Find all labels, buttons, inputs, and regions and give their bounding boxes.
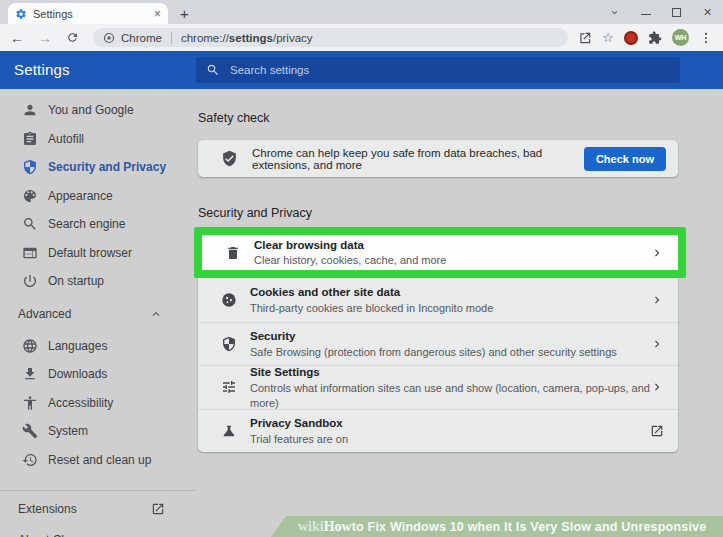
highlight-box: Clear browsing data Clear history, cooki… <box>194 227 686 278</box>
sidebar-item-downloads[interactable]: Downloads <box>0 360 196 389</box>
security-and-privacy-heading: Security and Privacy <box>198 206 723 220</box>
external-link-icon <box>650 424 664 438</box>
sidebar-divider <box>0 490 196 491</box>
row-site-settings[interactable]: Site Settings Controls what information … <box>198 365 678 409</box>
wrench-icon <box>22 423 38 439</box>
sidebar-item-languages[interactable]: Languages <box>0 332 196 361</box>
safety-check-card: Chrome can help keep you safe from data … <box>198 140 678 177</box>
settings-search[interactable] <box>196 57 680 83</box>
settings-sidebar: You and Google Autofill Security and Pri… <box>0 89 196 537</box>
maximize-button[interactable] <box>661 0 692 24</box>
power-icon <box>22 273 38 289</box>
page-title: Settings <box>14 61 70 78</box>
share-icon[interactable] <box>578 31 592 45</box>
watermark-how: How <box>324 519 352 535</box>
sidebar-item-label: About Chrome <box>18 533 95 537</box>
chevron-up-icon <box>149 307 163 321</box>
forward-icon: → <box>38 31 52 45</box>
sidebar-item-autofill[interactable]: Autofill <box>0 125 196 154</box>
accessibility-icon <box>22 395 38 411</box>
tab-settings[interactable]: Settings × <box>8 3 168 24</box>
search-icon <box>206 63 220 77</box>
sidebar-item-label: Accessibility <box>48 396 113 410</box>
row-title: Clear browsing data <box>254 237 650 254</box>
settings-content: Safety check Chrome can help keep you sa… <box>196 89 723 537</box>
sidebar-item-default-browser[interactable]: Default browser <box>0 239 196 268</box>
tab-search-chevron-icon[interactable] <box>599 0 630 24</box>
assignment-icon <box>22 131 38 147</box>
bookmark-star-icon[interactable]: ☆ <box>602 31 614 44</box>
address-bar[interactable]: Chrome chrome://settings/privacy <box>93 28 568 47</box>
globe-icon <box>22 338 38 354</box>
wikihow-watermark: wikiHow to Fix Windows 10 when It Is Ver… <box>271 516 723 537</box>
row-cookies-and-other-site-data[interactable]: Cookies and other site data Third-party … <box>198 278 678 322</box>
toolbar-actions: ☆ WH <box>578 29 713 46</box>
trash-icon <box>225 245 241 261</box>
history-restore-icon <box>22 452 38 468</box>
window-controls: × <box>599 0 723 24</box>
puzzle-extensions-icon[interactable] <box>648 31 662 45</box>
chevron-right-icon <box>650 337 664 351</box>
row-subtitle: Clear history, cookies, cache, and more <box>254 253 650 268</box>
sidebar-item-security-and-privacy[interactable]: Security and Privacy <box>0 153 196 182</box>
new-tab-button[interactable]: + <box>180 6 189 21</box>
row-title: Security <box>250 328 650 345</box>
sidebar-item-about-chrome[interactable]: About Chrome <box>0 527 196 537</box>
row-privacy-sandbox[interactable]: Privacy Sandbox Trial features are on <box>198 409 678 453</box>
row-security[interactable]: Security Safe Browsing (protection from … <box>198 322 678 366</box>
adblock-extension-icon[interactable] <box>624 31 638 45</box>
browser-toolbar: ← → Chrome chrome://settings/privacy ☆ W… <box>0 24 723 51</box>
sidebar-item-label: Autofill <box>48 132 84 146</box>
row-text: Cookies and other site data Third-party … <box>250 284 650 316</box>
row-clear-browsing-data[interactable]: Clear browsing data Clear history, cooki… <box>202 235 678 270</box>
sidebar-item-label: Reset and clean up <box>48 453 151 467</box>
shield-icon <box>221 336 237 352</box>
browser-menu-icon[interactable] <box>699 31 713 45</box>
close-tab-icon[interactable]: × <box>154 8 161 20</box>
minimize-button[interactable] <box>630 0 661 24</box>
chrome-chip-label: Chrome <box>121 32 162 44</box>
sidebar-item-accessibility[interactable]: Accessibility <box>0 389 196 418</box>
profile-avatar[interactable]: WH <box>672 29 689 46</box>
row-text: Privacy Sandbox Trial features are on <box>250 415 650 447</box>
sidebar-item-label: Search engine <box>48 217 125 231</box>
row-text: Security Safe Browsing (protection from … <box>250 328 650 360</box>
sidebar-item-on-startup[interactable]: On startup <box>0 267 196 296</box>
sidebar-item-label: Security and Privacy <box>48 160 166 174</box>
sidebar-item-label: Extensions <box>18 502 77 516</box>
sidebar-item-you-and-google[interactable]: You and Google <box>0 96 196 125</box>
sidebar-item-search-engine[interactable]: Search engine <box>0 210 196 239</box>
close-window-button[interactable]: × <box>692 0 723 24</box>
search-input[interactable] <box>230 64 670 76</box>
sidebar-item-extensions[interactable]: Extensions <box>0 496 196 522</box>
privacy-rows-card: Cookies and other site data Third-party … <box>198 278 678 452</box>
person-icon <box>22 102 38 118</box>
reload-icon[interactable] <box>66 31 79 44</box>
search-icon <box>22 216 38 232</box>
safety-check-text: Chrome can help keep you safe from data … <box>252 147 584 171</box>
row-title: Site Settings <box>250 364 650 381</box>
row-subtitle: Controls what information sites can use … <box>250 381 650 411</box>
watermark-title: to Fix Windows 10 when It Is Very Slow a… <box>352 520 707 534</box>
sidebar-item-label: You and Google <box>48 103 134 117</box>
watermark-wiki: wiki <box>298 519 324 535</box>
row-text: Clear browsing data Clear history, cooki… <box>254 237 650 269</box>
gear-icon <box>15 8 27 20</box>
chevron-right-icon <box>650 380 664 394</box>
sidebar-item-reset-and-clean-up[interactable]: Reset and clean up <box>0 446 196 475</box>
url-text: chrome://settings/privacy <box>181 32 313 44</box>
sidebar-item-appearance[interactable]: Appearance <box>0 182 196 211</box>
sidebar-item-label: Languages <box>48 339 107 353</box>
chrome-logo-icon <box>103 32 115 44</box>
back-icon[interactable]: ← <box>10 31 24 45</box>
safety-check-heading: Safety check <box>198 111 723 125</box>
browser-window-icon <box>22 245 38 261</box>
omnibox-divider <box>171 32 172 44</box>
sidebar-item-label: On startup <box>48 274 104 288</box>
tune-icon <box>221 379 237 395</box>
check-now-button[interactable]: Check now <box>584 147 666 171</box>
download-icon <box>22 366 38 382</box>
sidebar-item-system[interactable]: System <box>0 417 196 446</box>
tab-strip: Settings × + × <box>0 0 723 24</box>
sidebar-advanced-toggle[interactable]: Advanced <box>0 296 196 332</box>
